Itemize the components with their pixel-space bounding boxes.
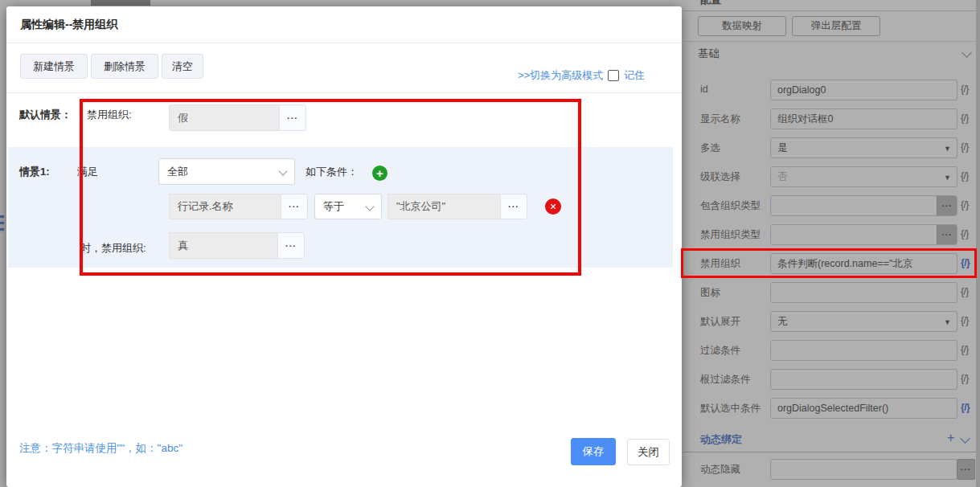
conditions-label: 如下条件： xyxy=(305,165,358,179)
ellipsis-button[interactable]: ··· xyxy=(279,104,306,131)
close-button[interactable]: 关闭 xyxy=(627,439,670,465)
then-disable-org-value[interactable]: 真 xyxy=(169,232,277,259)
default-disable-org-input: 假 ··· xyxy=(169,104,306,131)
new-scenario-button[interactable]: 新建情景 xyxy=(20,54,88,79)
default-disable-org-value[interactable]: 假 xyxy=(169,104,279,131)
string-usage-note: 注意：字符串请使用""，如："abc" xyxy=(19,441,182,456)
condition-value-input: "北京公司" ··· xyxy=(387,194,527,219)
remember-label: 记住 xyxy=(624,68,645,83)
ellipsis-button[interactable]: ··· xyxy=(281,194,308,219)
delete-scenario-button[interactable]: 删除情景 xyxy=(91,54,158,79)
condition-operator-value: 等于 xyxy=(323,199,344,214)
save-button[interactable]: 保存 xyxy=(571,438,616,465)
dialog-title: 属性编辑--禁用组织 xyxy=(20,18,117,32)
match-mode-select[interactable]: 全部 xyxy=(158,158,295,185)
divider xyxy=(6,92,682,93)
mode-row: >>切换为高级模式 记住 xyxy=(518,68,645,83)
then-disable-org-label: 时，禁用组织: xyxy=(80,241,146,256)
scenario1-label: 情景1: xyxy=(19,165,50,179)
chevron-down-icon xyxy=(278,166,287,175)
remember-checkbox[interactable] xyxy=(608,70,619,81)
remove-condition-icon[interactable]: ✕ xyxy=(545,198,561,215)
ellipsis-button[interactable]: ··· xyxy=(500,194,527,219)
satisfy-label: 满足 xyxy=(77,165,98,179)
add-condition-icon[interactable]: + xyxy=(372,166,387,181)
divider xyxy=(6,43,682,43)
default-scenario-label: 默认情景： xyxy=(19,108,72,122)
match-mode-value: 全部 xyxy=(167,165,188,179)
ellipsis-button[interactable]: ··· xyxy=(277,232,305,259)
condition-value[interactable]: "北京公司" xyxy=(387,194,500,219)
clear-button[interactable]: 清空 xyxy=(162,54,203,79)
condition-field-input: 行记录.名称 ··· xyxy=(169,194,308,219)
property-edit-dialog: 属性编辑--禁用组织 新建情景 删除情景 清空 >>切换为高级模式 记住 默认情… xyxy=(6,6,682,487)
condition-field-value[interactable]: 行记录.名称 xyxy=(169,194,281,219)
then-disable-org-input: 真 ··· xyxy=(169,232,305,259)
disable-org-field-label: 禁用组织: xyxy=(87,108,132,122)
condition-operator-select[interactable]: 等于 xyxy=(314,194,382,219)
switch-advanced-mode-link[interactable]: >>切换为高级模式 xyxy=(518,68,603,83)
chevron-down-icon xyxy=(365,202,374,211)
